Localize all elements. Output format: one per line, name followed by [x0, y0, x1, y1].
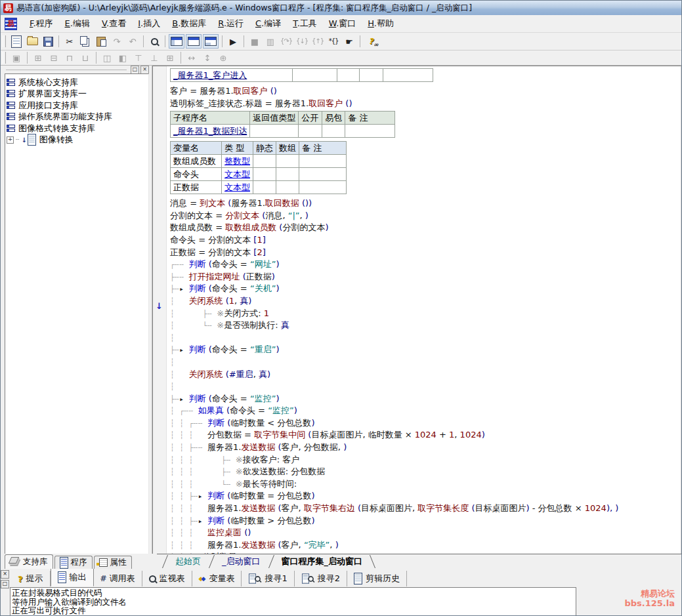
code-line[interactable]: 分割的文本 = 分割文本 (消息, “|”, ): [170, 210, 681, 222]
code-line[interactable]: 命令头 = 分割的文本 [1]: [170, 234, 681, 247]
code-line[interactable]: ┆: [170, 380, 681, 393]
panel-tab-calls[interactable]: #调用表: [94, 571, 142, 586]
table-cell[interactable]: [345, 125, 395, 138]
align-top-button[interactable]: ⊤: [131, 51, 146, 65]
run-button[interactable]: ▶: [225, 34, 241, 49]
undo-button[interactable]: ↶: [125, 34, 140, 49]
tree-item[interactable]: 应用接口支持库: [7, 100, 147, 112]
panel-tab-vars[interactable]: ◆◆变量表: [192, 571, 242, 586]
code-line[interactable]: ┆ ┆ ├╌▸ 判断 (临时数量 = 分包总数): [170, 490, 681, 503]
table-row[interactable]: _服务器1_数据到达: [171, 125, 395, 138]
menu-item-C[interactable]: C.编译: [249, 16, 287, 31]
code-line[interactable]: ├╌╌ 打开指定网址 (正数据): [170, 271, 681, 283]
tree-item[interactable]: 扩展界面支持库一: [7, 89, 147, 100]
panel-float-button[interactable]: □: [131, 66, 139, 74]
code-line[interactable]: ┆ 关闭系统 (#重启, 真): [170, 369, 681, 381]
h-gap-decrease-button[interactable]: ⊟: [46, 51, 62, 65]
sidebar-tab-stack[interactable]: 支持库: [5, 554, 53, 569]
table-cell[interactable]: 整数型: [222, 155, 253, 168]
menu-item-W[interactable]: W.窗口: [323, 16, 362, 31]
document-tab[interactable]: 起始页: [165, 554, 211, 569]
code-line[interactable]: 透明标签_连接状态.标题 = 服务器1.取回客户 (): [170, 98, 681, 110]
table-cell[interactable]: 正数据: [171, 181, 222, 194]
new-file-button[interactable]: [9, 34, 24, 49]
fit-both-button[interactable]: ⊕: [215, 51, 231, 65]
code-line[interactable]: ├╌▸ 判断 (命令头 = “重启”): [170, 344, 681, 356]
table-cell[interactable]: [360, 69, 383, 82]
table-cell[interactable]: _服务器1_数据到达: [171, 125, 250, 138]
find-button[interactable]: [146, 34, 162, 49]
panel-tab-clip[interactable]: 剪辑历史: [347, 571, 407, 586]
panel-close-button[interactable]: ×: [140, 66, 149, 74]
menu-item-E[interactable]: E.编辑: [59, 16, 96, 31]
menu-item-T[interactable]: T.工具: [287, 16, 323, 31]
code-line[interactable]: ┆ ┌╌╌ 如果真 (命令头 = “监控”): [170, 405, 681, 417]
menu-item-R[interactable]: R.运行: [212, 16, 249, 31]
table-cell[interactable]: [276, 155, 299, 168]
table-cell[interactable]: 文本型: [222, 168, 253, 181]
cut-button[interactable]: ✂: [62, 34, 77, 49]
table-cell[interactable]: [250, 125, 299, 138]
code-line[interactable]: ┆: [170, 356, 681, 369]
titlebar[interactable]: 易 易语言(加密狗版) - U:\Arleyjk\源码\Arleyjk服务端源码…: [1, 1, 681, 15]
document-tab[interactable]: 窗口程序集_启动窗口: [271, 554, 373, 569]
tree-item[interactable]: 操作系统界面功能支持库: [7, 112, 147, 123]
code-line[interactable]: ├╌▸ 判断 (命令头 = “关机”): [170, 283, 681, 295]
table-cell[interactable]: [276, 168, 299, 181]
h-gap-increase-button[interactable]: ⊞: [30, 51, 46, 65]
table-cell[interactable]: _服务器1_客户进入: [171, 69, 293, 82]
code-line[interactable]: 客户 = 服务器1.取回客户 (): [170, 85, 681, 98]
save-file-button[interactable]: [40, 34, 56, 49]
sidebar-tab-prog[interactable]: 程序: [54, 556, 93, 569]
menu-item-H[interactable]: H.帮助: [362, 16, 400, 31]
table-cell[interactable]: [383, 69, 433, 82]
document-tab[interactable]: _启动窗口: [211, 554, 271, 569]
step-over-button[interactable]: {↷}: [278, 34, 294, 49]
code-line[interactable]: 消息 = 到文本 (服务器1.取回数据 ()): [170, 197, 681, 210]
code-line[interactable]: ├╌▸ 判断 (命令头 = “监控”): [170, 393, 681, 405]
run-to-cursor-button[interactable]: *{}: [326, 34, 341, 49]
layout-code-button[interactable]: [203, 34, 219, 49]
step-out-button[interactable]: {↑}: [310, 34, 326, 49]
table-cell[interactable]: [337, 69, 360, 82]
layout-split-button[interactable]: [186, 34, 202, 49]
code-line[interactable]: ┆ ┆ ┆ 监控桌面 (): [170, 527, 681, 539]
table-cell[interactable]: 文本型: [222, 181, 253, 194]
help-find-button[interactable]: ?: [363, 34, 379, 49]
code-line[interactable]: ┆ └╌ ※是否强制执行: 真: [170, 319, 681, 332]
table-cell[interactable]: 数组成员数: [171, 155, 222, 168]
code-line[interactable]: ┆ 关闭系统 (1, 真): [170, 295, 681, 308]
table-cell[interactable]: [299, 125, 322, 138]
center-horizontal-button[interactable]: ◫: [99, 51, 115, 65]
code-line[interactable]: ┆ ┆ ┆ ├╌ ※欲发送数据: 分包数据: [170, 466, 681, 478]
code-line[interactable]: ┆: [170, 332, 681, 344]
code-line[interactable]: ┆ ┆ ┆ 分包数据 = 取字节集中间 (目标桌面图片, 临时数量 × 1024…: [170, 429, 681, 441]
table-cell[interactable]: 命令头: [171, 168, 222, 181]
table-row[interactable]: 数组成员数整数型: [171, 155, 347, 168]
tree-item[interactable]: 系统核心支持库: [7, 77, 147, 89]
paste-button[interactable]: [93, 34, 109, 49]
menu-item-I[interactable]: I.插入: [132, 16, 166, 31]
table-row[interactable]: 命令头文本型: [171, 168, 347, 181]
expand-icon[interactable]: +: [7, 136, 14, 144]
code-line[interactable]: ┆ ┆ ├╌╌ 服务器1.发送数据 (客户, 分包数据, ): [170, 441, 681, 454]
panel-tab-watch[interactable]: 监视表: [142, 571, 192, 586]
copy-button[interactable]: [77, 34, 93, 49]
open-file-button[interactable]: [24, 34, 40, 49]
code-line[interactable]: 正数据 = 分割的文本 [2]: [170, 247, 681, 259]
code-line[interactable]: ┆ ┆ ├╌▸ 判断 (临时数量 > 分包总数): [170, 515, 681, 527]
redo-button[interactable]: ↷: [109, 34, 125, 49]
step-into-button[interactable]: {↓}: [294, 34, 310, 49]
code-line[interactable]: ┌╌╌ 判断 (命令头 = “网址”): [170, 258, 681, 271]
v-gap-increase-button[interactable]: ⊓: [62, 51, 77, 65]
code-line[interactable]: ┆ ┆ ┆ 服务器1.发送数据 (客户, 取字节集右边 (目标桌面图片, 取字节…: [170, 503, 681, 515]
code-line[interactable]: ┆ ┆ ┆ ├╌ ※接收客户: 客户: [170, 454, 681, 466]
pause-hand-button[interactable]: ☛: [341, 34, 357, 49]
make-same-size-button[interactable]: ⊞: [162, 51, 178, 65]
table-cell[interactable]: [276, 181, 299, 194]
table-cell[interactable]: [253, 181, 276, 194]
table-cell[interactable]: [293, 69, 337, 82]
compiler-output[interactable]: 正在封装易格式目的代码等待用户输入欲编译到的文件名正在写出可执行文件写出可执行文…: [10, 587, 576, 615]
code-line[interactable]: ┆ ┆ ┆ 服务器1.发送数据 (客户, “完毕”, ): [170, 539, 681, 552]
code-line[interactable]: ┆ ├╌ ※关闭方式: 1: [170, 308, 681, 320]
